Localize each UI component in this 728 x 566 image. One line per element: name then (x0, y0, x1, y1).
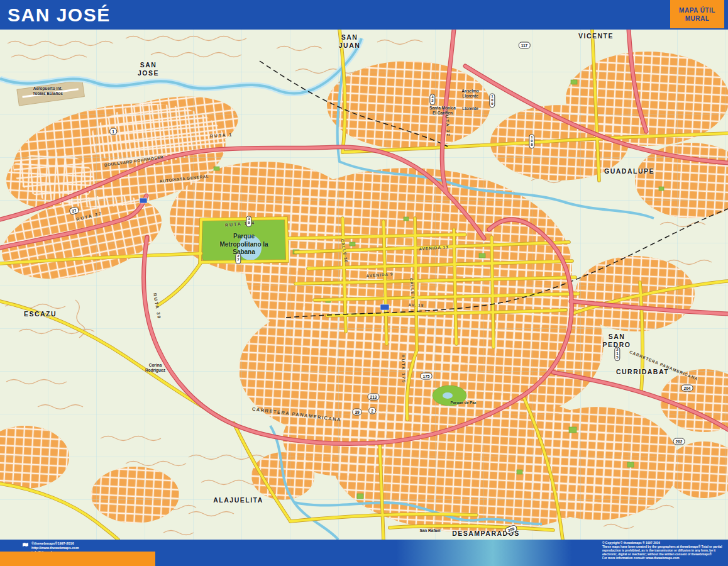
poster: SAN JOSÉ MAPA ÚTIL MURAL (0, 0, 728, 566)
route-shield: 27 (69, 206, 79, 215)
route-shield: 202 (673, 438, 685, 445)
route-shield: 175 (421, 373, 433, 380)
route-shield: 39 (352, 409, 361, 416)
route-shield: 2 7 (235, 253, 241, 264)
map-labels: SAN JOSESAN JUANVICENTEGUADALUPEESCAZUSA… (0, 30, 728, 540)
locality-label: Anselmo Llorente (461, 89, 478, 98)
road-label: CALLE 1 (409, 278, 416, 300)
map-fold-icon (23, 543, 28, 547)
locality-label: Aeropuerto Int. Tobías Bolaños (33, 86, 63, 96)
park-label: Parque Metropolitano la Sabana (219, 233, 268, 257)
road-label: CALLE 30 (340, 238, 349, 263)
district-label: CURRIDABAT (616, 368, 669, 376)
route-shield: 3 2 (429, 94, 435, 105)
road-label: CARRETERA PANAMERICANA (629, 350, 698, 381)
road-label: AUTOPISTA GENERAL (159, 174, 209, 183)
brand-badge-line1: MAPA ÚTIL (679, 6, 715, 14)
map-canvas: SAN JOSESAN JUANVICENTEGUADALUPEESCAZUSA… (0, 30, 728, 540)
route-shield: 213 (368, 394, 380, 401)
route-shield: 1 0 8 (529, 134, 534, 148)
district-label: SAN JUAN (339, 33, 361, 50)
map-title: SAN JOSÉ (8, 4, 111, 26)
route-shield: 204 (681, 385, 693, 392)
district-label: ALAJUELITA (213, 496, 263, 504)
locality-label: Santa Mónica El Carmen (429, 106, 456, 115)
road-label: AVENIDA 13 (419, 245, 449, 251)
road-label: RUTA 27 (76, 211, 103, 221)
road-label: AVENIDA 9 (366, 272, 393, 278)
route-shield: 3 9 (246, 216, 251, 227)
footer-orange-bar (0, 552, 155, 566)
footer-copyright: ©thewebmaps®1997-2016 (31, 541, 79, 546)
legal-line: For more information consult: www.theweb… (602, 557, 723, 560)
header: SAN JOSÉ MAPA ÚTIL MURAL (0, 0, 728, 30)
footer: ©thewebmaps®1997-2016 http://www.thewebm… (0, 540, 728, 566)
brand-badge-line2: MURAL (685, 14, 710, 23)
road-label: RUTA 39 (153, 293, 162, 320)
route-shield: 2 1 5 (614, 347, 620, 361)
road-label: RUTA 1 (210, 132, 233, 138)
district-label: ESCAZU (24, 310, 57, 318)
route-shield: 1 0 9 (489, 93, 495, 108)
locality-label: Llorente (462, 106, 478, 111)
footer-gradient (396, 540, 572, 566)
district-label: GUADALUPE (604, 167, 654, 175)
route-shield: 117 (519, 42, 531, 49)
road-label: CARRETERA PANAMERICANA (251, 406, 341, 423)
road-label: BOULEVARD ROHRMOSER (104, 155, 163, 167)
route-shield: 2 (368, 408, 376, 414)
footer-legal: © Copyright © thewebmaps ® 1997-2016 The… (602, 541, 723, 560)
locality-label: San Rafael (419, 528, 440, 533)
locality-label: Corina Rodríguez (145, 363, 165, 372)
footer-website-link[interactable]: http://www.thewebmaps.com (31, 546, 79, 550)
route-shield: 1 (109, 128, 117, 135)
road-label: RUTA 175 (401, 355, 407, 384)
district-label: VICENTE (578, 32, 614, 40)
district-label: SAN JOSE (138, 61, 159, 77)
brand-badge: MAPA ÚTIL MURAL (670, 0, 724, 28)
park-label: Parque de Paz (450, 401, 476, 406)
road-label: AV. 18 (408, 302, 424, 308)
